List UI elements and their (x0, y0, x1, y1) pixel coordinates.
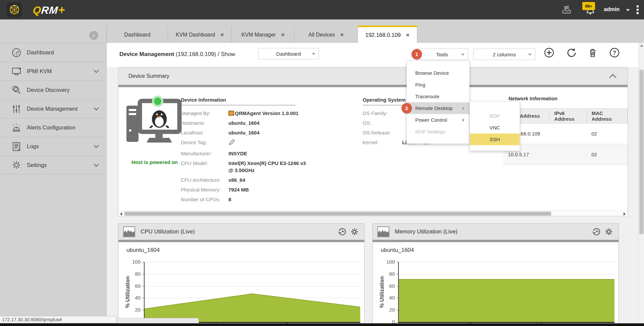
sidebar-label: Logs (27, 143, 39, 150)
info-value: ubuntu_1604 (228, 129, 309, 136)
tools-menu: Browse Device Ping Traceroute Remote Des… (407, 61, 470, 144)
qrm-app: QRM+ 99+ admin ‹ Dashboard (0, 0, 644, 326)
add-widget-button[interactable] (544, 47, 554, 58)
submenu-item-ssh[interactable]: SSH (470, 133, 520, 145)
scrollbar-thumb[interactable] (124, 212, 551, 216)
info-label: CPU Model: (181, 160, 228, 174)
tab-close-icon[interactable]: × (406, 32, 410, 39)
tab-kvm-manager[interactable]: KVM Manager× (232, 27, 294, 43)
info-value (228, 139, 309, 147)
menu-item-traceroute[interactable]: Traceroute (407, 91, 469, 102)
scrollbar-thumb[interactable] (639, 70, 644, 234)
sidebar-item-dashboard[interactable]: Dashboard (0, 43, 107, 62)
tab-label: KVM Dashboard (176, 32, 215, 38)
sidebar-item-device-discovery[interactable]: Device Discovery (0, 80, 107, 99)
sidebar-item-settings[interactable]: Settings (0, 156, 107, 174)
y-tick-label: 60 (129, 283, 141, 289)
device-summary-header[interactable]: Device Summary (118, 67, 628, 85)
vertical-scrollbar[interactable] (638, 43, 644, 323)
menu-item-ping[interactable]: Ping (407, 79, 469, 91)
gear-icon[interactable] (350, 227, 359, 236)
y-tick-mark (396, 286, 398, 286)
submenu-item-rdp: RDP (470, 110, 520, 122)
tools-select-value: Tools (436, 52, 448, 57)
delete-button[interactable] (587, 47, 598, 58)
tab-close-icon[interactable]: × (340, 32, 344, 38)
gear-icon (11, 160, 21, 170)
info-label: OS: (363, 119, 402, 126)
y-tick-label: 60 (383, 283, 395, 289)
sidebar-item-device-management[interactable]: Device Management (0, 99, 107, 118)
table-row[interactable]: 192.168.0.109 02 (503, 123, 628, 144)
table-row[interactable]: 10.0.5.17 02 (503, 144, 628, 165)
sidebar-collapse-button[interactable]: ‹ (89, 31, 98, 40)
chevron-down-icon (93, 107, 99, 111)
sidebar-item-logs[interactable]: Logs (0, 137, 107, 156)
info-value: INSYDE (228, 150, 309, 157)
refresh-button[interactable] (566, 47, 577, 58)
section-rule (181, 105, 296, 105)
monitor-icon (11, 66, 21, 76)
info-label: Manufacturer: (181, 150, 228, 157)
tab-close-icon[interactable]: × (220, 32, 224, 38)
y-tick-label: 20 (383, 307, 395, 313)
info-label: Managed By: (181, 110, 228, 117)
help-button[interactable]: ? (609, 47, 620, 58)
tab-dashboard[interactable]: Dashboard (107, 27, 168, 43)
app-logo[interactable] (7, 2, 22, 17)
chart-title: Memory Utilization (Live) (395, 228, 458, 235)
tab-bar: Dashboard KVM Dashboard× KVM Manager× Al… (107, 19, 644, 43)
menu-item-remote-desktop[interactable]: Remote Desktop (407, 102, 469, 114)
menu-item-browse-device[interactable]: Browse Device (407, 67, 469, 79)
sidebar-item-ipmi-kvm[interactable]: IPMI KVM (0, 62, 107, 80)
task-queue-icon[interactable] (561, 5, 572, 15)
cpu-chart-body: ubuntu_1604 % Utilization 020406080100 (118, 242, 364, 326)
info-label: Localhost: (181, 129, 228, 136)
chart-host-label: ubuntu_1604 (126, 247, 160, 254)
info-label: Kernel: (363, 139, 402, 146)
menu-item-power-control[interactable]: Power Control (407, 114, 469, 126)
history-icon[interactable] (592, 227, 601, 236)
horizontal-scrollbar[interactable] (118, 211, 628, 216)
tab-all-devices[interactable]: All Devices× (294, 27, 358, 43)
notification-badge[interactable]: 99+ (582, 2, 595, 10)
tab-close-icon[interactable]: × (281, 32, 284, 38)
user-menu[interactable]: admin (604, 6, 620, 12)
history-icon[interactable] (338, 227, 347, 236)
memory-chart-body: ubuntu_1604 % Utilization 020406080100 (373, 242, 619, 326)
brand-logo: QRM+ (32, 3, 66, 16)
y-tick-mark (142, 310, 144, 310)
col-ipv6-address: IPv6 Address (549, 109, 587, 123)
discovery-search-icon (11, 85, 21, 95)
info-label: Device Tag: (181, 139, 228, 147)
cell-mac: 02 (587, 144, 627, 165)
collapse-panel-icon[interactable] (609, 73, 617, 78)
page-toolbar: Device Management (192.168.0.109) / Show… (107, 43, 638, 67)
sidebar-item-alerts-configuration[interactable]: Alerts Configuration (0, 118, 107, 137)
y-tick-mark (142, 274, 144, 274)
panel-divider (118, 240, 364, 242)
edit-pencil-icon[interactable] (228, 139, 235, 146)
scroll-left-icon[interactable] (120, 212, 122, 216)
info-value: QRMAgent Version 1.0.001 (228, 110, 309, 117)
menu-item-rdp-settings: RDP Settings (407, 126, 469, 138)
bottom-edge (0, 323, 644, 326)
tab-label: 192.168.0.109 (365, 32, 401, 38)
tab-device-192-168-0-109[interactable]: 192.168.0.109× (358, 25, 417, 43)
gear-icon[interactable] (604, 227, 613, 236)
network-info-table: IPv4 Address IPv6 Address MAC Address 19… (503, 108, 628, 165)
select-caret-icon (312, 53, 315, 55)
scroll-up-icon[interactable] (640, 45, 643, 47)
memory-utilization-panel: Memory Utilization (Live) ubuntu_1604 % … (372, 223, 619, 326)
columns-select-value: 2 columns (493, 52, 516, 57)
submenu-item-vnc[interactable]: VNC (470, 122, 520, 133)
scroll-right-icon[interactable] (624, 212, 626, 216)
overflow-menu-icon[interactable] (636, 5, 639, 15)
columns-select[interactable]: 2 columns (473, 49, 535, 60)
user-caret-icon[interactable] (626, 9, 630, 11)
agent-icon (228, 111, 234, 116)
tools-select[interactable]: Tools (416, 49, 468, 60)
view-select[interactable]: Dashboard (258, 48, 319, 59)
tab-kvm-dashboard[interactable]: KVM Dashboard× (168, 27, 232, 43)
chevron-down-icon (93, 69, 99, 73)
